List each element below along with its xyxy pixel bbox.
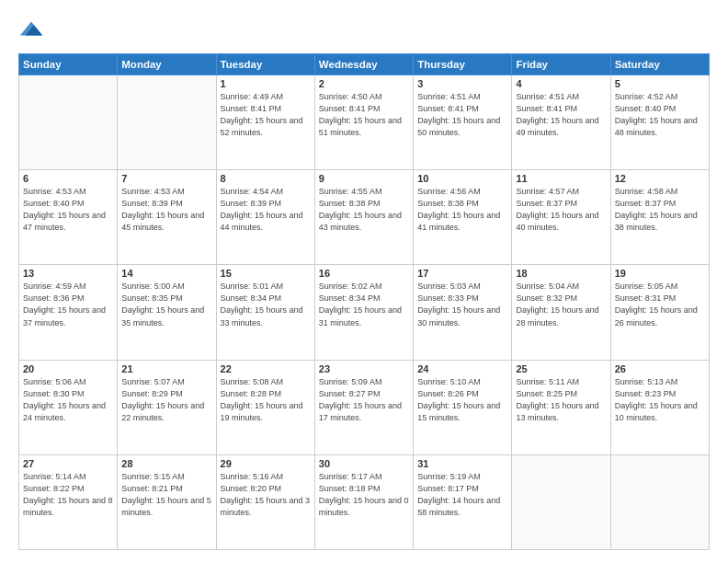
day-detail: Sunrise: 4:58 AM Sunset: 8:37 PM Dayligh… [615, 186, 705, 234]
day-number: 9 [319, 173, 409, 184]
day-detail: Sunrise: 4:49 AM Sunset: 8:41 PM Dayligh… [221, 91, 311, 139]
calendar-table: Sunday Monday Tuesday Wednesday Thursday… [18, 53, 710, 550]
col-sunday: Sunday [19, 54, 118, 75]
day-detail: Sunrise: 4:53 AM Sunset: 8:40 PM Dayligh… [23, 186, 113, 234]
day-detail: Sunrise: 5:19 AM Sunset: 8:17 PM Dayligh… [417, 471, 507, 519]
col-tuesday: Tuesday [216, 54, 314, 75]
calendar-cell: 3Sunrise: 4:51 AM Sunset: 8:41 PM Daylig… [414, 75, 512, 170]
calendar-cell: 30Sunrise: 5:17 AM Sunset: 8:18 PM Dayli… [314, 454, 413, 549]
calendar-cell: 8Sunrise: 4:54 AM Sunset: 8:39 PM Daylig… [216, 170, 314, 265]
col-friday: Friday [512, 54, 610, 75]
day-detail: Sunrise: 5:17 AM Sunset: 8:18 PM Dayligh… [319, 471, 409, 519]
day-number: 27 [23, 458, 113, 469]
day-detail: Sunrise: 5:09 AM Sunset: 8:27 PM Dayligh… [319, 376, 409, 424]
day-detail: Sunrise: 5:13 AM Sunset: 8:23 PM Dayligh… [615, 376, 705, 424]
logo [18, 17, 46, 44]
day-number: 11 [516, 173, 606, 184]
page: Sunday Monday Tuesday Wednesday Thursday… [0, 0, 728, 563]
calendar-week-row: 6Sunrise: 4:53 AM Sunset: 8:40 PM Daylig… [19, 170, 710, 265]
day-detail: Sunrise: 5:07 AM Sunset: 8:29 PM Dayligh… [121, 376, 211, 424]
day-number: 16 [319, 268, 409, 279]
day-detail: Sunrise: 4:52 AM Sunset: 8:40 PM Dayligh… [615, 91, 705, 139]
day-number: 29 [221, 458, 311, 469]
calendar-cell: 29Sunrise: 5:16 AM Sunset: 8:20 PM Dayli… [216, 454, 314, 549]
calendar-cell: 22Sunrise: 5:08 AM Sunset: 8:28 PM Dayli… [216, 360, 314, 454]
day-detail: Sunrise: 4:54 AM Sunset: 8:39 PM Dayligh… [221, 186, 311, 234]
day-number: 13 [23, 268, 113, 279]
calendar-cell: 19Sunrise: 5:05 AM Sunset: 8:31 PM Dayli… [610, 265, 709, 360]
day-number: 12 [615, 173, 705, 184]
day-number: 2 [319, 78, 409, 89]
col-monday: Monday [118, 54, 216, 75]
calendar-cell: 13Sunrise: 4:59 AM Sunset: 8:36 PM Dayli… [19, 265, 118, 360]
calendar-cell: 21Sunrise: 5:07 AM Sunset: 8:29 PM Dayli… [118, 360, 216, 454]
calendar-cell: 12Sunrise: 4:58 AM Sunset: 8:37 PM Dayli… [610, 170, 709, 265]
calendar-cell: 28Sunrise: 5:15 AM Sunset: 8:21 PM Dayli… [118, 454, 216, 549]
col-thursday: Thursday [414, 54, 512, 75]
calendar-cell: 18Sunrise: 5:04 AM Sunset: 8:32 PM Dayli… [512, 265, 610, 360]
calendar-week-row: 20Sunrise: 5:06 AM Sunset: 8:30 PM Dayli… [19, 360, 710, 454]
day-number: 6 [23, 173, 113, 184]
calendar-cell [610, 454, 709, 549]
day-number: 4 [516, 78, 606, 89]
day-number: 10 [417, 173, 507, 184]
day-number: 8 [221, 173, 311, 184]
day-number: 20 [23, 363, 113, 374]
day-number: 7 [121, 173, 211, 184]
day-detail: Sunrise: 5:08 AM Sunset: 8:28 PM Dayligh… [221, 376, 311, 424]
calendar-cell: 14Sunrise: 5:00 AM Sunset: 8:35 PM Dayli… [118, 265, 216, 360]
day-detail: Sunrise: 5:14 AM Sunset: 8:22 PM Dayligh… [23, 471, 113, 519]
calendar-cell: 16Sunrise: 5:02 AM Sunset: 8:34 PM Dayli… [314, 265, 413, 360]
calendar-cell: 23Sunrise: 5:09 AM Sunset: 8:27 PM Dayli… [314, 360, 413, 454]
day-detail: Sunrise: 5:01 AM Sunset: 8:34 PM Dayligh… [221, 281, 311, 328]
day-detail: Sunrise: 4:56 AM Sunset: 8:38 PM Dayligh… [417, 186, 507, 234]
day-number: 21 [121, 363, 211, 374]
day-detail: Sunrise: 4:57 AM Sunset: 8:37 PM Dayligh… [516, 186, 606, 234]
calendar-cell: 2Sunrise: 4:50 AM Sunset: 8:41 PM Daylig… [314, 75, 413, 170]
day-detail: Sunrise: 4:59 AM Sunset: 8:36 PM Dayligh… [23, 281, 113, 328]
calendar-week-row: 27Sunrise: 5:14 AM Sunset: 8:22 PM Dayli… [19, 454, 710, 549]
day-detail: Sunrise: 5:10 AM Sunset: 8:26 PM Dayligh… [417, 376, 507, 424]
calendar-cell: 1Sunrise: 4:49 AM Sunset: 8:41 PM Daylig… [216, 75, 314, 170]
day-number: 26 [615, 363, 705, 374]
day-number: 25 [516, 363, 606, 374]
day-number: 1 [221, 78, 311, 89]
day-detail: Sunrise: 4:51 AM Sunset: 8:41 PM Dayligh… [516, 91, 606, 139]
day-number: 22 [221, 363, 311, 374]
day-detail: Sunrise: 5:15 AM Sunset: 8:21 PM Dayligh… [121, 471, 211, 519]
calendar-cell: 5Sunrise: 4:52 AM Sunset: 8:40 PM Daylig… [610, 75, 709, 170]
calendar-cell: 6Sunrise: 4:53 AM Sunset: 8:40 PM Daylig… [19, 170, 118, 265]
calendar-cell: 31Sunrise: 5:19 AM Sunset: 8:17 PM Dayli… [414, 454, 512, 549]
col-wednesday: Wednesday [314, 54, 413, 75]
day-number: 28 [121, 458, 211, 469]
day-number: 23 [319, 363, 409, 374]
day-detail: Sunrise: 4:50 AM Sunset: 8:41 PM Dayligh… [319, 91, 409, 139]
day-detail: Sunrise: 4:55 AM Sunset: 8:38 PM Dayligh… [319, 186, 409, 234]
day-detail: Sunrise: 5:05 AM Sunset: 8:31 PM Dayligh… [615, 281, 705, 328]
day-number: 14 [121, 268, 211, 279]
calendar-cell: 20Sunrise: 5:06 AM Sunset: 8:30 PM Dayli… [19, 360, 118, 454]
day-detail: Sunrise: 4:51 AM Sunset: 8:41 PM Dayligh… [417, 91, 507, 139]
calendar-header-row: Sunday Monday Tuesday Wednesday Thursday… [19, 54, 710, 75]
day-detail: Sunrise: 5:02 AM Sunset: 8:34 PM Dayligh… [319, 281, 409, 328]
col-saturday: Saturday [610, 54, 709, 75]
day-number: 24 [417, 363, 507, 374]
day-detail: Sunrise: 5:04 AM Sunset: 8:32 PM Dayligh… [516, 281, 606, 328]
day-number: 18 [516, 268, 606, 279]
calendar-cell: 15Sunrise: 5:01 AM Sunset: 8:34 PM Dayli… [216, 265, 314, 360]
day-detail: Sunrise: 5:03 AM Sunset: 8:33 PM Dayligh… [417, 281, 507, 328]
day-detail: Sunrise: 5:06 AM Sunset: 8:30 PM Dayligh… [23, 376, 113, 424]
day-number: 17 [417, 268, 507, 279]
calendar-cell: 4Sunrise: 4:51 AM Sunset: 8:41 PM Daylig… [512, 75, 610, 170]
day-number: 15 [221, 268, 311, 279]
day-number: 3 [417, 78, 507, 89]
calendar-cell: 17Sunrise: 5:03 AM Sunset: 8:33 PM Dayli… [414, 265, 512, 360]
logo-icon [18, 17, 44, 42]
day-number: 5 [615, 78, 705, 89]
calendar-week-row: 13Sunrise: 4:59 AM Sunset: 8:36 PM Dayli… [19, 265, 710, 360]
day-detail: Sunrise: 5:16 AM Sunset: 8:20 PM Dayligh… [221, 471, 311, 519]
day-number: 30 [319, 458, 409, 469]
calendar-cell: 27Sunrise: 5:14 AM Sunset: 8:22 PM Dayli… [19, 454, 118, 549]
calendar-cell [512, 454, 610, 549]
day-detail: Sunrise: 4:53 AM Sunset: 8:39 PM Dayligh… [121, 186, 211, 234]
